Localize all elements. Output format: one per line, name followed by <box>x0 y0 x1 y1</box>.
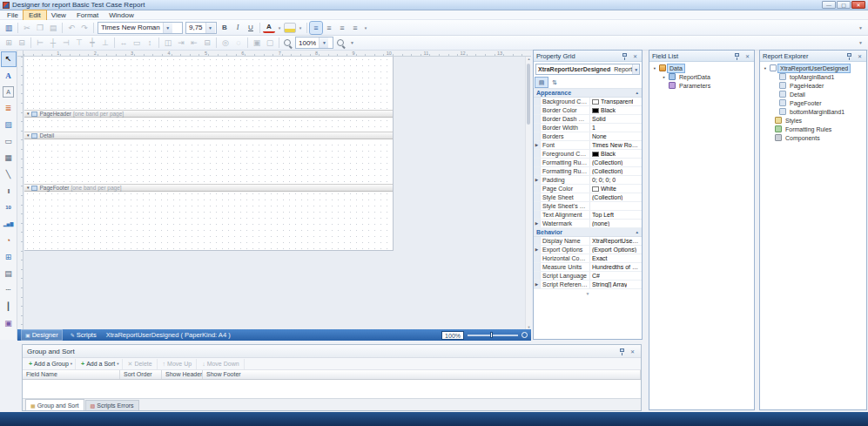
pivot-grid-tool[interactable]: ⊞ <box>2 250 16 264</box>
property-value[interactable]: Solid <box>590 115 642 123</box>
tree-item-topmarginband1[interactable]: topMarginBand1 <box>761 72 865 81</box>
chart-tool[interactable]: ▂▅▇ <box>2 217 16 231</box>
align-center-button[interactable]: ≡ <box>323 22 335 34</box>
label-tool[interactable]: A <box>2 69 16 83</box>
property-value[interactable]: (Export Options) <box>590 246 642 254</box>
increase-horizontal-spacing-icon[interactable]: ⇥ <box>175 37 187 49</box>
highlight-color-button[interactable] <box>284 23 296 33</box>
property-value[interactable]: XtraReportUserDesigned <box>590 237 642 245</box>
alphabetical-view-button[interactable]: ⇅ <box>548 78 561 87</box>
band-header[interactable]: ▼ Detail <box>24 132 393 139</box>
add-a-group-button[interactable]: + Add a Group ▾ <box>26 359 76 369</box>
close-icon[interactable]: ✕ <box>856 52 864 60</box>
rich-text-tool[interactable]: ≣ <box>2 101 16 115</box>
chevron-down-icon[interactable]: ▼ <box>163 23 172 33</box>
property-value[interactable]: 0; 0; 0; 0 <box>590 176 642 184</box>
center-vertically-icon[interactable]: ◌ <box>232 37 245 49</box>
band-header[interactable]: ▼ PageHeader [one band per page] <box>24 110 393 118</box>
make-same-width-icon[interactable]: ↔ <box>118 37 130 49</box>
category-appearance[interactable]: Appearance ▲ <box>534 89 642 98</box>
center-horizontally-icon[interactable]: ◎ <box>219 37 232 49</box>
zoom-in-icon[interactable] <box>335 37 347 49</box>
design-canvas[interactable]: ▼ PageHeader [one band per page] ▼ <box>24 57 531 329</box>
property-row[interactable]: ▶ Script Language C# <box>534 272 642 281</box>
zip-code-tool[interactable]: 10 <box>2 200 16 214</box>
column-header[interactable]: Show Footer <box>203 370 641 379</box>
table-tool[interactable]: ▦ <box>2 151 16 165</box>
menu-view[interactable]: View <box>46 10 71 20</box>
toolbar-overflow-icon[interactable]: ▼ <box>856 25 865 30</box>
page-info-tool[interactable]: ▤ <box>2 267 16 281</box>
tree-item-detail[interactable]: Detail <box>761 90 865 98</box>
pin-icon[interactable] <box>618 348 626 355</box>
scrollbar-thumb[interactable] <box>527 64 530 125</box>
column-header[interactable]: Show Header <box>162 370 203 379</box>
tree-item-styles[interactable]: Styles <box>761 116 865 125</box>
property-value[interactable]: 1 <box>590 124 642 132</box>
band-content[interactable] <box>24 139 393 184</box>
property-value[interactable]: Times New Roman; 9,75pt <box>590 141 642 149</box>
tab-scripts[interactable]: ✎ Scripts <box>66 329 101 341</box>
bold-button[interactable]: B <box>219 22 231 34</box>
minimize-button[interactable]: — <box>822 1 836 9</box>
pin-icon[interactable] <box>621 52 629 60</box>
tree-item-xtrareportuserdesigned[interactable]: ▾ XtraReportUserDesigned <box>761 64 865 72</box>
property-row[interactable]: ▶ Script References String[] Array <box>534 281 642 289</box>
align-rights-icon[interactable]: ⊣ <box>60 37 72 49</box>
cross-band-line-tool[interactable]: ┃ <box>2 300 16 314</box>
copy-icon[interactable]: ❐ <box>34 22 46 34</box>
tree-item-pageheader[interactable]: PageHeader <box>761 81 865 90</box>
property-row[interactable]: ▶ Style Sheet's Path <box>534 202 642 211</box>
gauge-tool[interactable]: ◔ <box>2 233 16 247</box>
property-value[interactable]: White <box>590 185 642 193</box>
property-row[interactable]: ▶ Foreground Color Black <box>534 150 642 159</box>
expand-icon[interactable]: ▶ <box>535 282 538 287</box>
zoom-slider-thumb[interactable] <box>490 332 493 338</box>
object-selector-combo[interactable]: XtraReportUserDesigned Report ▼ <box>535 64 640 75</box>
expand-icon[interactable]: ▶ <box>535 221 538 226</box>
close-icon[interactable]: ✕ <box>629 348 636 355</box>
subreport-tool[interactable]: ▣ <box>2 316 16 330</box>
tree-item-components[interactable]: Components <box>761 133 865 142</box>
align-bottoms-icon[interactable]: ⊥ <box>99 37 111 49</box>
menu-window[interactable]: Window <box>104 10 138 20</box>
line-tool[interactable]: ╲ <box>2 167 16 181</box>
category-behavior[interactable]: Behavior ▲ <box>534 228 642 237</box>
tree-item-reportdata[interactable]: ▸ ReportData <box>650 72 753 81</box>
property-value[interactable]: None <box>590 132 642 140</box>
menu-file[interactable]: File <box>2 10 24 20</box>
align-left-button[interactable]: ≡ <box>310 22 322 34</box>
property-value[interactable]: String[] Array <box>590 281 642 288</box>
chevron-down-icon[interactable]: ▼ <box>205 23 215 33</box>
zoom-dropdown-icon[interactable]: ▼ <box>347 40 357 45</box>
property-value[interactable]: Transparent <box>590 98 642 105</box>
tree-item-formatting-rules[interactable]: Formatting Rules <box>761 125 865 133</box>
chevron-down-icon[interactable]: ▼ <box>319 37 328 48</box>
zoom-slider[interactable] <box>468 335 518 336</box>
property-row[interactable]: ▶ Display Name XtraReportUserDesigned <box>534 237 642 246</box>
property-value[interactable]: Black <box>590 150 642 158</box>
property-row[interactable]: ▶ Measure Units Hundredths of an Inch <box>534 263 642 272</box>
pin-icon[interactable] <box>733 52 741 60</box>
property-value[interactable]: (Collection) <box>590 193 642 201</box>
expander-icon[interactable]: ▾ <box>652 66 657 71</box>
collapse-icon[interactable]: ▼ <box>26 186 30 190</box>
collapse-icon[interactable]: ▲ <box>636 230 639 234</box>
tree-item-parameters[interactable]: Parameters <box>650 81 753 90</box>
property-value[interactable]: C# <box>590 272 642 280</box>
font-size-combo[interactable]: 9,75 ▼ <box>185 22 217 34</box>
text-align-dropdown[interactable]: ▾ <box>362 22 369 34</box>
italic-button[interactable]: I <box>232 22 244 34</box>
collapse-icon[interactable]: ▼ <box>26 133 30 138</box>
tree-item-bottommarginband1[interactable]: bottomMarginBand1 <box>761 107 865 116</box>
align-tops-icon[interactable]: ⊤ <box>73 37 85 49</box>
expand-icon[interactable]: ▶ <box>535 247 538 252</box>
pointer-tool[interactable]: ↖ <box>2 52 16 66</box>
send-to-back-icon[interactable]: ▢ <box>264 37 276 49</box>
bring-to-front-icon[interactable]: ▣ <box>251 37 263 49</box>
tab-group-and-sort[interactable]: ▦ Group and Sort <box>25 399 84 410</box>
property-row[interactable]: ▶ Horizontal Content Splitting Exact <box>534 254 642 263</box>
top-margin-band[interactable] <box>24 57 393 110</box>
underline-button[interactable]: U <box>245 22 257 34</box>
font-name-combo[interactable]: Times New Roman ▼ <box>98 22 183 34</box>
